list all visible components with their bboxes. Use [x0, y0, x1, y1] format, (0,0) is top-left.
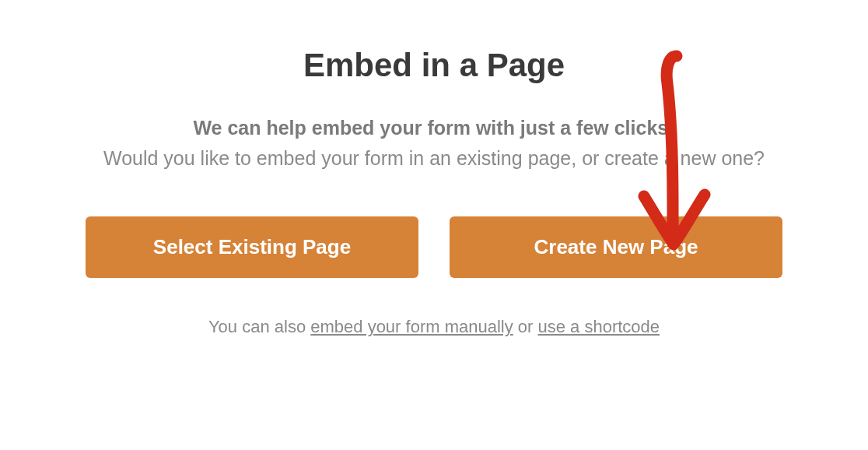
modal-subtitle: Would you like to embed your form in an … — [86, 143, 782, 174]
footer-prefix: You can also — [208, 317, 310, 336]
footer-text: You can also embed your form manually or… — [86, 317, 782, 337]
use-shortcode-link[interactable]: use a shortcode — [538, 317, 660, 336]
embed-manually-link[interactable]: embed your form manually — [310, 317, 513, 336]
button-row: Select Existing Page Create New Page — [86, 216, 782, 278]
embed-modal: Embed in a Page We can help embed your f… — [0, 0, 868, 368]
create-new-page-button[interactable]: Create New Page — [450, 216, 782, 278]
select-existing-page-button[interactable]: Select Existing Page — [86, 216, 418, 278]
modal-title: Embed in a Page — [86, 47, 782, 84]
modal-subtitle-bold: We can help embed your form with just a … — [86, 114, 782, 143]
footer-middle: or — [513, 317, 538, 336]
